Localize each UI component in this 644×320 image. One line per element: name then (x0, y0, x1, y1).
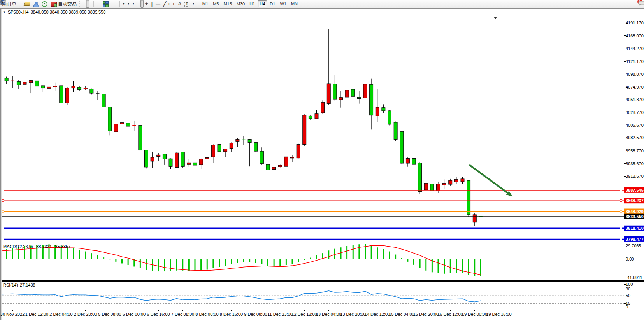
trendline-tool-button[interactable]: ╱ (162, 0, 168, 8)
candle-body[interactable] (102, 94, 105, 107)
candle-body[interactable] (181, 152, 184, 167)
candle-body[interactable] (266, 164, 270, 170)
candle-body[interactable] (376, 107, 379, 116)
candle-body[interactable] (284, 157, 288, 166)
candle-body[interactable] (224, 149, 227, 152)
candle-body[interactable] (442, 183, 446, 185)
candle-body[interactable] (309, 116, 312, 119)
bar-chart-button[interactable] (83, 0, 86, 8)
candle-body[interactable] (29, 81, 33, 83)
line-handle[interactable] (2, 210, 4, 212)
candle-body[interactable] (78, 87, 81, 90)
candle-body[interactable] (382, 108, 385, 111)
timeframe-D1[interactable]: D1 (268, 0, 277, 7)
candle-body[interactable] (218, 145, 221, 152)
candle-body[interactable] (193, 163, 197, 165)
candle-body[interactable] (351, 89, 355, 96)
candle-body[interactable] (291, 157, 294, 158)
candle-body[interactable] (139, 125, 142, 150)
candle-body[interactable] (412, 159, 416, 165)
candle-body[interactable] (236, 139, 239, 141)
candle-body[interactable] (327, 84, 330, 104)
candle-body[interactable] (163, 154, 166, 159)
candle-body[interactable] (339, 98, 343, 100)
candle-body[interactable] (406, 159, 409, 163)
one-click-dropdown-icon[interactable]: ▼ (3, 10, 6, 14)
candle-body[interactable] (169, 159, 172, 166)
line-chart-button[interactable] (89, 0, 92, 8)
candle-body[interactable] (449, 180, 452, 184)
zoom-out-button[interactable] (98, 0, 101, 8)
timeframe-H1[interactable]: H1 (247, 0, 257, 7)
horizontal-line-tool-button[interactable]: — (154, 0, 162, 8)
candle-body[interactable] (157, 155, 160, 156)
candle-body[interactable] (35, 81, 39, 86)
timeframe-MN[interactable]: MN (289, 0, 300, 7)
vertical-line-tool-button[interactable]: | (150, 0, 154, 8)
candle-body[interactable] (400, 131, 404, 163)
candle-body[interactable] (272, 167, 276, 170)
candle-body[interactable] (41, 86, 45, 88)
candle-body[interactable] (303, 115, 306, 145)
chart-canvas[interactable]: 4191.1704168.0704144.2704121.1704098.070… (0, 0, 644, 320)
candle-body[interactable] (5, 78, 8, 81)
timeframe-W1[interactable]: W1 (278, 0, 288, 7)
tile-windows-button[interactable] (101, 0, 109, 8)
candle-body[interactable] (230, 143, 233, 149)
periods-button[interactable]: ▾ (126, 0, 131, 8)
candlestick-chart-button[interactable] (86, 0, 89, 8)
candle-body[interactable] (345, 90, 349, 97)
line-handle[interactable] (620, 227, 622, 229)
candle-body[interactable] (467, 180, 470, 215)
market-watch-button[interactable] (32, 0, 40, 8)
line-handle[interactable] (2, 238, 4, 240)
candle-body[interactable] (370, 84, 373, 115)
candle-body[interactable] (108, 107, 112, 131)
timeframe-M15[interactable]: M15 (221, 0, 233, 7)
candle-body[interactable] (187, 163, 191, 164)
candle-body[interactable] (473, 215, 476, 222)
candle-body[interactable] (248, 139, 251, 142)
auto-scroll-button[interactable] (112, 0, 115, 8)
candle-body[interactable] (205, 157, 209, 159)
signal-button[interactable] (40, 0, 49, 8)
candle-body[interactable] (90, 89, 93, 93)
candle-body[interactable] (72, 86, 75, 88)
auto-trading-button[interactable]: 自动交易 (49, 0, 78, 8)
candle-body[interactable] (47, 87, 51, 88)
timeframe-M1[interactable]: M1 (200, 0, 210, 7)
arrows-tool-button[interactable]: ▾ (191, 0, 196, 8)
candle-body[interactable] (461, 179, 464, 182)
candle-body[interactable] (388, 111, 391, 124)
timeframe-M30[interactable]: M30 (235, 0, 247, 7)
candle-body[interactable] (278, 165, 282, 167)
candle-body[interactable] (145, 150, 148, 167)
line-handle[interactable] (2, 227, 4, 229)
channel-tool-button[interactable]: E (168, 0, 172, 8)
candle-body[interactable] (65, 88, 69, 103)
candle-body[interactable] (315, 114, 318, 119)
line-handle[interactable] (620, 210, 622, 212)
text-tool-button[interactable]: A (177, 0, 183, 8)
candle-body[interactable] (53, 86, 57, 87)
candle-body[interactable] (424, 183, 428, 190)
timeframe-H4[interactable]: H4 (258, 0, 267, 7)
candle-body[interactable] (23, 82, 26, 85)
candle-body[interactable] (60, 86, 63, 103)
line-handle[interactable] (2, 200, 4, 202)
candle-body[interactable] (84, 88, 87, 89)
candle-body[interactable] (260, 151, 263, 164)
new-chart-button[interactable]: ▾ (121, 0, 126, 8)
candle-body[interactable] (454, 179, 458, 182)
candle-body[interactable] (333, 84, 337, 99)
candle-body[interactable] (357, 97, 361, 98)
templates-button[interactable]: ▾ (131, 0, 136, 8)
candle-body[interactable] (126, 123, 130, 126)
candle-body[interactable] (151, 157, 154, 161)
zoom-in-button[interactable] (95, 0, 98, 8)
candle-body[interactable] (175, 153, 179, 167)
line-handle[interactable] (620, 189, 622, 191)
candle-body[interactable] (114, 124, 118, 132)
candle-body[interactable] (297, 145, 300, 158)
fibonacci-tool-button[interactable]: F (172, 0, 177, 8)
